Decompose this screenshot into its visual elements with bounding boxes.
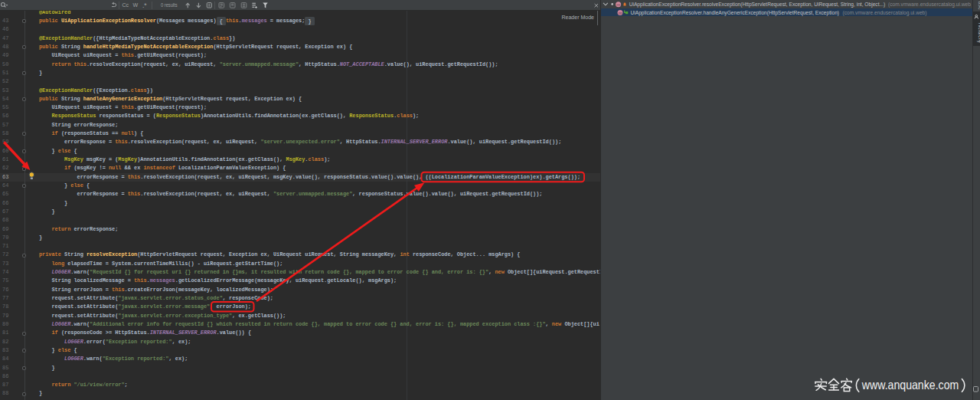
- svg-text:UiApplicationExceptionResolver: UiApplicationExceptionResolver.resolveEx…: [629, 1, 886, 8]
- svg-text:Reader Mode: Reader Mode: [562, 14, 595, 21]
- svg-text:www.anquanke.com: www.anquanke.com: [861, 378, 959, 392]
- svg-text:Cc: Cc: [122, 2, 129, 8]
- svg-text:(com.vmware.endusercatalog.ui.: (com.vmware.endusercatalog.ui.web): [843, 9, 927, 16]
- svg-text:m: m: [616, 2, 620, 7]
- svg-text:UiApplicationExceptionResolver: UiApplicationExceptionResolver.handleAny…: [631, 9, 840, 16]
- svg-text:Hierarchy: Hierarchy: [977, 23, 980, 44]
- svg-text:W: W: [133, 2, 139, 8]
- svg-text:.*: .*: [142, 2, 147, 9]
- svg-text:m: m: [619, 11, 622, 15]
- svg-text:0 results: 0 results: [161, 2, 178, 8]
- svg-text:(com.vmware.endusercatalog.ui.: (com.vmware.endusercatalog.ui.web: [888, 1, 971, 8]
